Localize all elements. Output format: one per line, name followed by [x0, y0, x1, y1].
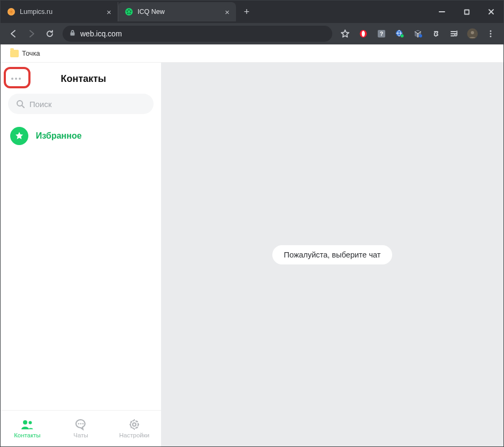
extension-globe-icon[interactable] [391, 25, 408, 42]
svg-point-22 [490, 33, 492, 35]
svg-point-2 [128, 9, 130, 11]
tabs-row: Lumpics.ru × ICQ New × + [1, 1, 430, 23]
profile-avatar[interactable] [464, 25, 481, 42]
new-tab-button[interactable]: + [239, 4, 254, 19]
nav-label: Настройки [119, 432, 149, 438]
sidebar: Контакты Избранное Контакты [1, 63, 161, 446]
svg-point-20 [471, 31, 474, 34]
sidebar-title: Контакты [29, 73, 138, 85]
window-controls [430, 1, 503, 23]
chat-main-area: Пожалуйста, выберите чат [161, 63, 503, 446]
nav-settings[interactable]: Настройки [108, 411, 161, 446]
empty-chat-placeholder: Пожалуйста, выберите чат [272, 245, 393, 264]
nav-chats[interactable]: Чаты [54, 411, 108, 446]
extension-playlist-icon[interactable] [446, 25, 463, 42]
gear-icon [128, 419, 141, 430]
reload-button[interactable] [41, 25, 58, 42]
chats-icon [74, 419, 87, 430]
svg-point-23 [490, 36, 492, 37]
svg-point-28 [78, 423, 80, 425]
bookmark-folder[interactable]: Точка [7, 47, 43, 59]
extension-opera-icon[interactable] [355, 25, 372, 42]
extensions-row: ? [337, 25, 499, 42]
browser-menu-button[interactable] [482, 25, 499, 42]
minimize-button[interactable] [430, 1, 454, 23]
contact-favorites[interactable]: Избранное [8, 123, 154, 149]
tab-close-icon[interactable]: × [106, 7, 111, 17]
extension-help-icon[interactable]: ? [373, 25, 390, 42]
svg-point-31 [133, 423, 136, 426]
search-field-wrap[interactable] [8, 94, 154, 114]
svg-point-17 [401, 34, 404, 37]
favicon-icon [125, 7, 133, 16]
search-icon [16, 99, 25, 109]
svg-point-13 [362, 31, 365, 37]
dots-icon [11, 78, 13, 80]
svg-rect-8 [464, 10, 469, 14]
sidebar-header: Контакты [1, 63, 161, 92]
favicon-icon [7, 7, 16, 16]
folder-icon [10, 50, 19, 57]
search-input[interactable] [29, 100, 146, 109]
contact-label: Избранное [36, 131, 82, 141]
svg-point-6 [126, 11, 128, 12]
svg-rect-11 [71, 33, 75, 36]
svg-text:?: ? [380, 31, 383, 37]
svg-line-25 [22, 105, 24, 108]
tab-title: Lumpics.ru [20, 8, 52, 16]
more-menu-button[interactable] [8, 72, 24, 85]
svg-point-4 [129, 13, 131, 14]
browser-tab[interactable]: Lumpics.ru × [1, 2, 118, 21]
contacts-icon [20, 419, 34, 430]
extensions-puzzle-icon[interactable] [427, 25, 445, 42]
svg-point-29 [80, 423, 82, 425]
maximize-button[interactable] [454, 1, 479, 23]
nav-back-button[interactable] [5, 25, 22, 42]
browser-toolbar: web.icq.com ? [1, 23, 503, 44]
lock-icon [69, 29, 76, 39]
svg-point-5 [127, 13, 129, 14]
address-bar[interactable]: web.icq.com [63, 26, 332, 42]
url-text: web.icq.com [80, 29, 122, 38]
nav-contacts[interactable]: Контакты [1, 411, 54, 446]
svg-point-26 [23, 420, 27, 425]
app-content: Контакты Избранное Контакты [1, 63, 503, 446]
svg-point-18 [419, 34, 422, 37]
star-icon [10, 127, 28, 145]
browser-tab-active[interactable]: ICQ New × [118, 2, 236, 21]
browser-titlebar: Lumpics.ru × ICQ New × + [1, 1, 503, 23]
svg-point-30 [82, 423, 84, 425]
nav-label: Контакты [14, 432, 41, 438]
nav-forward-button[interactable] [23, 25, 40, 42]
nav-label: Чаты [73, 432, 88, 438]
extension-box-icon[interactable] [409, 25, 426, 42]
tab-close-icon[interactable]: × [225, 7, 230, 17]
svg-point-27 [29, 421, 32, 425]
bookmark-label: Точка [22, 49, 40, 57]
close-window-button[interactable] [479, 1, 503, 23]
bookmark-star-button[interactable] [337, 25, 354, 42]
bottom-nav: Контакты Чаты Настройки [1, 410, 161, 446]
svg-point-21 [490, 31, 492, 32]
svg-point-3 [130, 11, 132, 12]
browser-window: Lumpics.ru × ICQ New × + web.icq.com [0, 0, 504, 447]
bookmarks-bar: Точка [1, 44, 503, 63]
contact-list: Избранное [1, 119, 161, 410]
tab-title: ICQ New [138, 8, 165, 16]
